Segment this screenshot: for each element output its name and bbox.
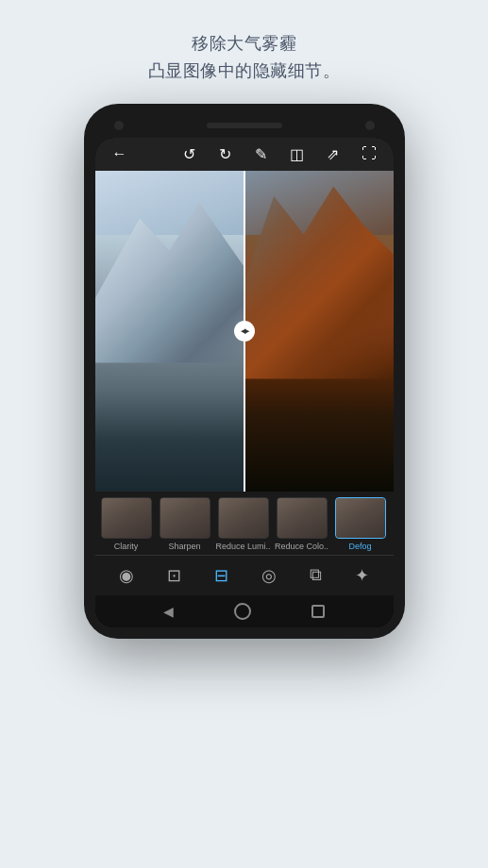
redo-button[interactable]: ↻ [212, 145, 239, 163]
layers-icon[interactable]: ⧉ [310, 565, 322, 585]
thumbnail-label: Defog [348, 542, 371, 551]
phone-sensor [365, 121, 375, 130]
thumbnail-label: Reduce Colo.. [275, 542, 328, 551]
nav-recent-icon[interactable] [311, 605, 325, 618]
fullscreen-button[interactable]: ⛶ [356, 145, 382, 163]
thumbnail-image [101, 497, 152, 539]
image-before [95, 171, 244, 492]
nav-bar: ◀ [95, 595, 394, 627]
bottom-toolbar: ◉⊡⊟◎⧉✦ [95, 555, 394, 595]
edit-button[interactable]: ✎ [248, 145, 275, 163]
image-after [244, 171, 394, 492]
image-split-view [95, 171, 394, 492]
phone-top-bar [95, 115, 394, 138]
thumbnail-image [218, 497, 269, 539]
phone-speaker [207, 123, 282, 128]
eye-icon[interactable]: ◎ [261, 565, 277, 586]
thumbnail-label: Sharpen [168, 542, 200, 551]
thumbnail-image [335, 497, 386, 539]
back-button[interactable]: ← [107, 145, 133, 162]
compare-button[interactable]: ◫ [284, 145, 311, 163]
share-button[interactable]: ⇗ [320, 145, 346, 163]
filter-strip: ClaritySharpenReduce Lumi..Reduce Colo..… [95, 492, 394, 555]
thumbnail-list: ClaritySharpenReduce Lumi..Reduce Colo..… [99, 497, 390, 551]
phone-wrapper: ← ↺ ↻ ✎ ◫ ⇗ ⛶ [0, 104, 488, 868]
nav-home-icon[interactable] [234, 603, 251, 620]
thumbnail-label: Reduce Lumi.. [215, 542, 270, 551]
split-handle[interactable] [234, 321, 255, 342]
phone-device: ← ↺ ↻ ✎ ◫ ⇗ ⛶ [84, 104, 405, 639]
toolbar-right-icons: ↺ ↻ ✎ ◫ ⇗ ⛶ [177, 145, 382, 163]
thumbnail-image [277, 497, 328, 539]
thumbnail-item[interactable]: Defog [333, 497, 388, 551]
thumbnail-label: Clarity [114, 542, 139, 551]
header-line2: 凸显图像中的隐藏细节。 [148, 61, 341, 80]
edit-toolbar: ← ↺ ↻ ✎ ◫ ⇗ ⛶ [95, 138, 394, 171]
thumbnail-item[interactable]: Sharpen [158, 497, 212, 551]
retouch-icon[interactable]: ✦ [355, 565, 369, 586]
header-description: 移除大气雾霾 凸显图像中的隐藏细节。 [110, 0, 379, 104]
undo-button[interactable]: ↺ [177, 145, 203, 163]
phone-screen: ← ↺ ↻ ✎ ◫ ⇗ ⛶ [95, 138, 394, 627]
crop-icon[interactable]: ⊡ [167, 565, 181, 586]
globe-icon[interactable]: ◉ [119, 565, 134, 586]
thumbnail-image [160, 497, 210, 539]
phone-camera [114, 121, 124, 130]
header-line1: 移除大气雾霾 [192, 34, 296, 53]
nav-back-icon[interactable]: ◀ [163, 604, 174, 619]
thumbnail-item[interactable]: Reduce Colo.. [275, 497, 329, 551]
thumbnail-item[interactable]: Reduce Lumi.. [216, 497, 271, 551]
sliders-icon[interactable]: ⊟ [214, 565, 228, 586]
thumbnail-item[interactable]: Clarity [99, 497, 154, 551]
